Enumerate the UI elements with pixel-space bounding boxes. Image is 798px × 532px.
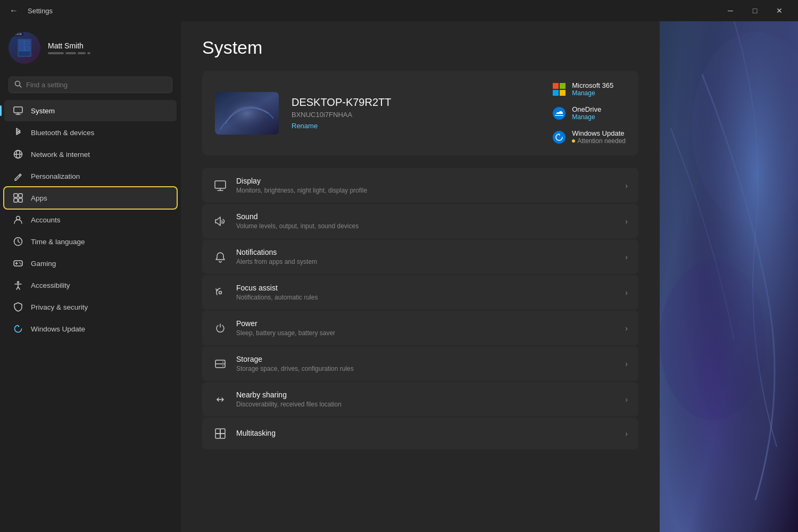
multitasking-chevron: › bbox=[625, 429, 628, 438]
multitasking-text: Multitasking bbox=[236, 429, 617, 439]
nearby-title: Nearby sharing bbox=[236, 390, 617, 399]
user-profile[interactable]: POLICE Matt Smith bbox=[0, 21, 181, 72]
settings-item-display[interactable]: Display Monitors, brightness, night ligh… bbox=[202, 168, 638, 203]
settings-item-focus[interactable]: Focus assist Notifications, automatic ru… bbox=[202, 275, 638, 310]
winupdate-action[interactable]: Windows Update Attention needed bbox=[553, 129, 626, 145]
onedrive-action-label[interactable]: Manage bbox=[572, 113, 601, 121]
sidebar-item-system[interactable]: System bbox=[4, 100, 177, 121]
notifications-desc: Alerts from apps and system bbox=[236, 258, 617, 265]
power-icon bbox=[213, 321, 228, 336]
device-id: BXNUC10i7FNHAA bbox=[292, 111, 540, 119]
storage-text: Storage Storage space, drives, configura… bbox=[236, 355, 617, 372]
sidebar-item-gaming[interactable]: Gaming bbox=[4, 253, 177, 274]
network-icon bbox=[13, 149, 23, 160]
microsoft365-title: Microsoft 365 bbox=[572, 81, 613, 89]
power-title: Power bbox=[236, 319, 617, 328]
apps-icon bbox=[13, 193, 23, 203]
close-button[interactable]: ✕ bbox=[767, 0, 792, 21]
sidebar-item-apps[interactable]: Apps bbox=[4, 187, 177, 209]
microsoft365-action[interactable]: Microsoft 365 Manage bbox=[553, 81, 626, 97]
search-container bbox=[0, 72, 181, 99]
user-name: Matt Smith bbox=[48, 41, 172, 50]
title-bar: ← Settings ─ □ ✕ bbox=[0, 0, 798, 21]
svg-rect-13 bbox=[14, 194, 18, 197]
svg-rect-38 bbox=[220, 434, 225, 438]
ms-blue bbox=[553, 90, 559, 96]
search-wrap[interactable] bbox=[9, 77, 172, 93]
sidebar-item-label-update: Windows Update bbox=[31, 325, 168, 333]
multitasking-icon bbox=[213, 426, 228, 441]
onedrive-label-wrap: OneDrive Manage bbox=[572, 105, 601, 121]
notifications-title: Notifications bbox=[236, 248, 617, 256]
storage-title: Storage bbox=[236, 355, 617, 363]
focus-chevron: › bbox=[625, 288, 628, 297]
avatar-badge: POLICE bbox=[9, 32, 23, 36]
user-info: Matt Smith bbox=[48, 41, 172, 54]
svg-rect-4 bbox=[24, 46, 30, 51]
settings-item-nearby[interactable]: Nearby sharing Discoverability, received… bbox=[202, 382, 638, 417]
svg-point-34 bbox=[222, 365, 223, 366]
svg-rect-3 bbox=[19, 46, 24, 51]
svg-rect-27 bbox=[215, 181, 226, 188]
sidebar-item-personalization[interactable]: Personalization bbox=[4, 165, 177, 187]
window-controls: ─ □ ✕ bbox=[718, 0, 792, 21]
search-icon bbox=[14, 80, 22, 89]
sidebar-item-time[interactable]: Time & language bbox=[4, 231, 177, 252]
device-name: DESKTOP-K79R2TT bbox=[292, 96, 540, 109]
onedrive-action[interactable]: OneDrive Manage bbox=[553, 105, 626, 121]
minimize-button[interactable]: ─ bbox=[718, 0, 743, 21]
svg-rect-16 bbox=[19, 198, 22, 202]
focus-title: Focus assist bbox=[236, 284, 617, 292]
sidebar-item-update[interactable]: Windows Update bbox=[4, 318, 177, 339]
update-icon bbox=[13, 323, 23, 334]
sidebar-item-accounts[interactable]: Accounts bbox=[4, 209, 177, 230]
settings-item-multitasking[interactable]: Multitasking › bbox=[202, 418, 638, 450]
ms-red bbox=[553, 83, 559, 89]
svg-rect-7 bbox=[14, 107, 22, 113]
storage-chevron: › bbox=[625, 360, 628, 368]
svg-point-30 bbox=[219, 291, 222, 294]
sidebar-item-label-system: System bbox=[31, 107, 168, 115]
avatar-icon bbox=[14, 37, 35, 59]
power-desc: Sleep, battery usage, battery saver bbox=[236, 329, 617, 337]
settings-item-power[interactable]: Power Sleep, battery usage, battery save… bbox=[202, 311, 638, 345]
bluetooth-icon bbox=[13, 127, 23, 138]
storage-desc: Storage space, drives, configuration rul… bbox=[236, 365, 617, 372]
microsoft365-action-label[interactable]: Manage bbox=[572, 89, 613, 97]
winupdate-title: Windows Update bbox=[572, 129, 626, 137]
svg-rect-1 bbox=[19, 40, 24, 45]
sound-text: Sound Volume levels, output, input, soun… bbox=[236, 212, 617, 230]
back-button[interactable]: ← bbox=[6, 4, 21, 18]
microsoft365-label-wrap: Microsoft 365 Manage bbox=[572, 81, 613, 97]
maximize-button[interactable]: □ bbox=[743, 0, 767, 21]
sound-title: Sound bbox=[236, 212, 617, 221]
device-image bbox=[215, 92, 279, 135]
sidebar-item-privacy[interactable]: Privacy & security bbox=[4, 296, 177, 318]
sidebar-item-label-accessibility: Accessibility bbox=[31, 281, 168, 289]
app-body: POLICE Matt Smith bbox=[0, 21, 798, 532]
settings-list: Display Monitors, brightness, night ligh… bbox=[202, 168, 638, 450]
sidebar-item-bluetooth[interactable]: Bluetooth & devices bbox=[4, 122, 177, 143]
device-info: DESKTOP-K79R2TT BXNUC10i7FNHAA Rename bbox=[292, 96, 540, 130]
multitasking-title: Multitasking bbox=[236, 429, 617, 437]
nearby-chevron: › bbox=[625, 395, 628, 404]
sidebar-item-accessibility[interactable]: Accessibility bbox=[4, 275, 177, 296]
display-icon bbox=[213, 178, 228, 193]
svg-point-24 bbox=[18, 281, 19, 283]
settings-item-sound[interactable]: Sound Volume levels, output, input, soun… bbox=[202, 204, 638, 238]
sidebar-item-network[interactable]: Network & internet bbox=[4, 144, 177, 165]
display-title: Display bbox=[236, 177, 617, 185]
sidebar-item-label-time: Time & language bbox=[31, 238, 168, 246]
attention-dot bbox=[572, 139, 575, 143]
settings-item-storage[interactable]: Storage Storage space, drives, configura… bbox=[202, 346, 638, 381]
svg-rect-41 bbox=[660, 21, 798, 532]
time-icon bbox=[13, 236, 23, 247]
nearby-text: Nearby sharing Discoverability, received… bbox=[236, 390, 617, 408]
device-rename-link[interactable]: Rename bbox=[292, 122, 540, 130]
page-title: System bbox=[202, 37, 638, 58]
svg-point-33 bbox=[222, 361, 223, 362]
notifications-chevron: › bbox=[625, 253, 628, 261]
settings-item-notifications[interactable]: Notifications Alerts from apps and syste… bbox=[202, 239, 638, 274]
svg-point-42 bbox=[692, 32, 798, 223]
search-input[interactable] bbox=[26, 81, 167, 89]
